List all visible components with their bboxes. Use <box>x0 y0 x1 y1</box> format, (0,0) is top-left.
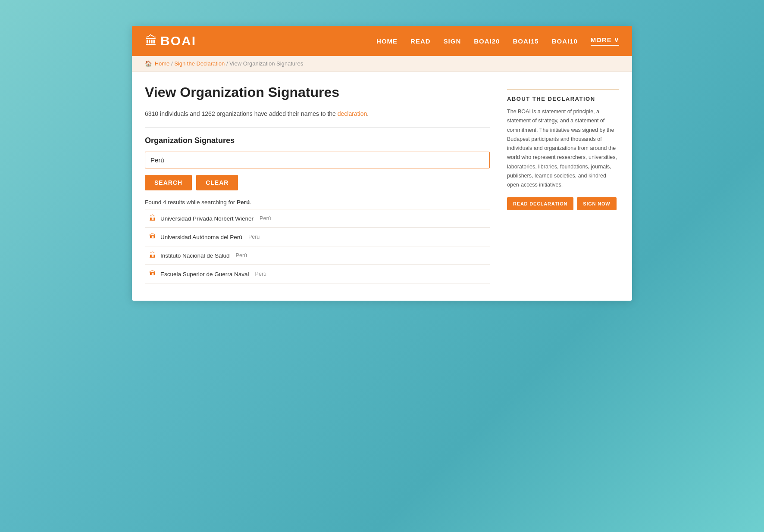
results-suffix: . <box>250 199 251 205</box>
org-name: Universidad Autónoma del Perú <box>160 234 242 240</box>
search-btn-group: SEARCH CLEAR <box>145 175 490 190</box>
breadcrumb-home[interactable]: Home <box>155 60 170 67</box>
nav-bar: 🏛 BOAI HOME READ SIGN BOAI20 BOAI15 BOAI… <box>132 26 632 56</box>
list-item: 🏛 Universidad Privada Norbert Wiener Per… <box>145 209 490 228</box>
logo-icon: 🏛 <box>145 35 157 47</box>
stats-text-after: . <box>367 110 369 117</box>
sidebar-btn-group: READ DECLARATION SIGN NOW <box>507 197 619 210</box>
nav-boai10[interactable]: BOAI10 <box>552 37 578 45</box>
divider-1 <box>145 127 490 128</box>
section-title: Organization Signatures <box>145 136 490 145</box>
results-summary: Found 4 results while searching for Perú… <box>145 199 490 205</box>
org-country: Perú <box>260 215 271 221</box>
list-item: 🏛 Universidad Autónoma del Perú Perú <box>145 228 490 246</box>
nav-home[interactable]: HOME <box>376 37 398 45</box>
results-prefix: Found 4 results while searching for <box>145 199 237 205</box>
read-declaration-button[interactable]: READ DECLARATION <box>507 197 573 210</box>
breadcrumb-sign[interactable]: Sign the Declaration <box>174 60 225 67</box>
breadcrumb: 🏠 Home / Sign the Declaration / View Org… <box>132 56 632 72</box>
page-title: View Organization Signatures <box>145 84 490 100</box>
search-button[interactable]: SEARCH <box>145 175 192 190</box>
org-icon: 🏛 <box>149 233 156 241</box>
org-name: Universidad Privada Norbert Wiener <box>160 215 254 222</box>
sign-now-button[interactable]: SIGN NOW <box>577 197 616 210</box>
org-country: Perú <box>236 252 247 258</box>
right-column: ABOUT THE DECLARATION The BOAI is a stat… <box>507 84 619 283</box>
org-country: Perú <box>248 234 260 240</box>
content-area: View Organization Signatures 6310 indivi… <box>132 72 632 301</box>
list-item: 🏛 Escuela Superior de Guerra Naval Perú <box>145 265 490 283</box>
org-name: Instituto Nacional de Salud <box>160 252 230 259</box>
nav-links: HOME READ SIGN BOAI20 BOAI15 BOAI10 MORE… <box>376 36 619 46</box>
search-input[interactable] <box>145 152 490 168</box>
breadcrumb-current: View Organization Signatures <box>229 60 303 67</box>
sidebar-title: ABOUT THE DECLARATION <box>507 96 619 102</box>
clear-button[interactable]: CLEAR <box>196 175 238 190</box>
org-icon: 🏛 <box>149 215 156 222</box>
logo-text: BOAI <box>160 34 196 48</box>
nav-read[interactable]: READ <box>410 37 431 45</box>
org-icon: 🏛 <box>149 270 156 278</box>
nav-more[interactable]: MORE ∨ <box>591 36 619 46</box>
sidebar-description: The BOAI is a statement of principle, a … <box>507 107 619 190</box>
list-item: 🏛 Instituto Nacional de Salud Perú <box>145 246 490 265</box>
sidebar-divider <box>507 89 619 90</box>
stats-text: 6310 individuals and 1262 organizations … <box>145 109 490 118</box>
logo: 🏛 BOAI <box>145 34 196 48</box>
results-list: 🏛 Universidad Privada Norbert Wiener Per… <box>145 209 490 283</box>
org-country: Perú <box>255 271 266 277</box>
stats-text-before: 6310 individuals and 1262 organizations … <box>145 110 338 117</box>
org-name: Escuela Superior de Guerra Naval <box>160 271 249 277</box>
left-column: View Organization Signatures 6310 indivi… <box>145 84 490 283</box>
declaration-link[interactable]: declaration <box>338 110 367 117</box>
nav-sign[interactable]: SIGN <box>444 37 461 45</box>
org-icon: 🏛 <box>149 252 156 259</box>
home-icon: 🏠 <box>145 60 152 67</box>
nav-boai15[interactable]: BOAI15 <box>513 37 539 45</box>
results-term: Perú <box>237 199 250 205</box>
page-wrapper: 🏛 BOAI HOME READ SIGN BOAI20 BOAI15 BOAI… <box>132 26 632 301</box>
nav-boai20[interactable]: BOAI20 <box>474 37 500 45</box>
